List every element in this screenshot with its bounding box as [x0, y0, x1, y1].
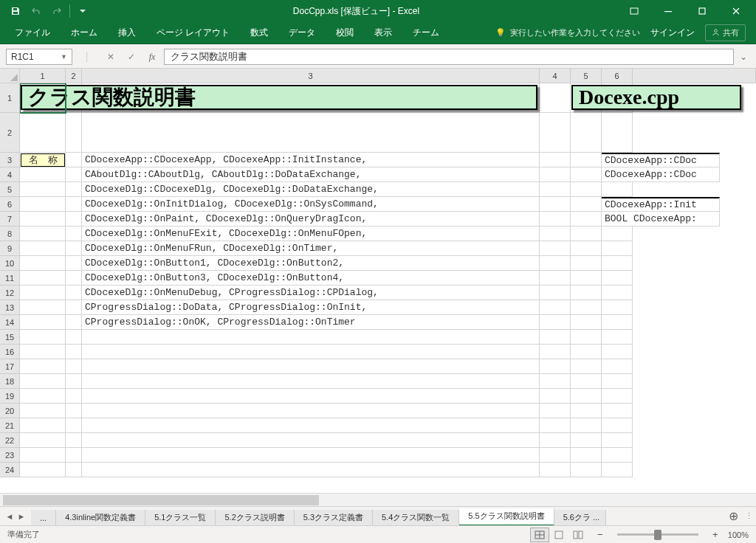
code-cell-right[interactable]: CDocexeApp::CDoc — [602, 167, 720, 182]
cell[interactable] — [540, 153, 571, 167]
signin-link[interactable]: サインイン — [650, 27, 695, 39]
label-cell[interactable]: 名 称 — [21, 153, 65, 167]
cell[interactable] — [602, 315, 633, 330]
cell[interactable] — [20, 182, 66, 197]
row-header[interactable]: 14 — [0, 315, 20, 330]
row-header[interactable]: 4 — [0, 167, 20, 182]
code-cell-right[interactable]: CDocexeApp::CDoc — [602, 153, 720, 167]
sheet-tab[interactable]: ... — [31, 510, 56, 526]
spreadsheet-grid[interactable]: 123456 123456789101112131415161718192021… — [0, 69, 756, 493]
tab-nav-next-icon[interactable]: ► — [16, 511, 27, 522]
column-header[interactable]: 4 — [540, 69, 571, 83]
row-header[interactable]: 17 — [0, 359, 20, 374]
cell[interactable] — [571, 345, 602, 359]
row-header[interactable]: 18 — [0, 374, 20, 389]
cell[interactable] — [66, 404, 82, 418]
row-header[interactable]: 13 — [0, 300, 20, 315]
sheet-tab[interactable]: 5.4クラス関数一覧 — [373, 510, 459, 526]
cell[interactable] — [602, 286, 633, 300]
cell[interactable] — [540, 463, 571, 477]
cell[interactable] — [82, 359, 540, 374]
cell[interactable] — [540, 448, 571, 463]
cell[interactable] — [571, 241, 602, 256]
sheet-tab[interactable]: 5.1クラス一覧 — [145, 510, 216, 526]
sheet-tab[interactable]: 5.3クラス定義書 — [295, 510, 373, 526]
cell[interactable] — [540, 167, 571, 182]
cell[interactable] — [20, 300, 66, 315]
row-header[interactable]: 16 — [0, 345, 20, 359]
cell[interactable] — [571, 212, 602, 226]
cell[interactable] — [571, 167, 602, 182]
cell[interactable] — [66, 113, 82, 153]
cell[interactable] — [571, 359, 602, 374]
row-header[interactable]: 10 — [0, 256, 20, 271]
row-header[interactable]: 21 — [0, 418, 20, 433]
cell[interactable] — [20, 463, 66, 477]
code-cell[interactable]: CDocexeDlg::OnMenuFRun, CDocexeDlg::OnTi… — [82, 241, 540, 256]
cell[interactable] — [66, 300, 82, 315]
cell[interactable] — [66, 330, 82, 345]
cell[interactable] — [571, 197, 602, 212]
cell[interactable] — [602, 256, 633, 271]
cell[interactable] — [66, 418, 82, 433]
tell-me-input[interactable]: 💡 実行したい作業を入力してください — [495, 27, 640, 38]
cell[interactable] — [82, 330, 540, 345]
cell[interactable] — [20, 197, 66, 212]
cell[interactable] — [66, 153, 82, 167]
page-layout-view-icon[interactable] — [549, 528, 568, 542]
cell[interactable] — [20, 389, 66, 404]
cell[interactable] — [540, 300, 571, 315]
cell[interactable] — [66, 167, 82, 182]
cell[interactable] — [540, 418, 571, 433]
cell[interactable] — [82, 448, 540, 463]
hscroll-track[interactable] — [3, 495, 756, 505]
cell[interactable] — [66, 226, 82, 241]
cell[interactable] — [602, 374, 633, 389]
row-header[interactable]: 19 — [0, 389, 20, 404]
row-header[interactable]: 7 — [0, 212, 20, 226]
tab-review[interactable]: 校閲 — [326, 22, 364, 44]
cell[interactable] — [20, 345, 66, 359]
cell[interactable] — [66, 315, 82, 330]
row-header[interactable]: 15 — [0, 330, 20, 345]
tab-page-layout[interactable]: ページ レイアウト — [146, 22, 240, 44]
cell[interactable] — [571, 433, 602, 448]
cell[interactable] — [82, 374, 540, 389]
add-sheet-button[interactable]: ⊕ — [725, 509, 741, 523]
cell[interactable] — [540, 433, 571, 448]
cell[interactable] — [540, 315, 571, 330]
cell[interactable] — [571, 182, 602, 197]
cell[interactable] — [571, 315, 602, 330]
cell[interactable] — [571, 113, 602, 153]
cell[interactable] — [602, 182, 633, 197]
cell[interactable] — [571, 374, 602, 389]
cell[interactable] — [66, 463, 82, 477]
cancel-icon[interactable]: ✕ — [102, 49, 120, 65]
cell[interactable] — [602, 404, 633, 418]
cell[interactable] — [66, 433, 82, 448]
sheet-tab[interactable]: 5.6クラ ... — [554, 510, 606, 526]
cell[interactable] — [20, 256, 66, 271]
formula-input[interactable]: クラス関数説明書 — [164, 49, 734, 65]
zoom-in-button[interactable]: + — [710, 529, 721, 540]
tab-home[interactable]: ホーム — [61, 22, 108, 44]
cell[interactable] — [571, 330, 602, 345]
cell[interactable] — [20, 212, 66, 226]
cell[interactable] — [20, 418, 66, 433]
qat-customize-icon[interactable] — [73, 1, 92, 21]
cell[interactable] — [540, 374, 571, 389]
cell[interactable] — [20, 448, 66, 463]
cell[interactable] — [571, 226, 602, 241]
code-cell[interactable]: CAboutDlg::CAboutDlg, CAboutDlg::DoDataE… — [82, 167, 540, 182]
cell[interactable] — [82, 389, 540, 404]
redo-icon[interactable] — [47, 1, 66, 21]
tab-menu-icon[interactable]: ⋮ — [741, 511, 756, 521]
insert-function-icon[interactable]: fx — [143, 49, 161, 65]
cell[interactable] — [66, 286, 82, 300]
cell[interactable] — [540, 330, 571, 345]
cell[interactable] — [66, 182, 82, 197]
select-all-button[interactable] — [0, 69, 20, 83]
cell[interactable] — [82, 433, 540, 448]
code-cell[interactable]: CDocexeDlg::OnPaint, CDocexeDlg::OnQuery… — [82, 212, 540, 226]
cell[interactable] — [602, 271, 633, 286]
